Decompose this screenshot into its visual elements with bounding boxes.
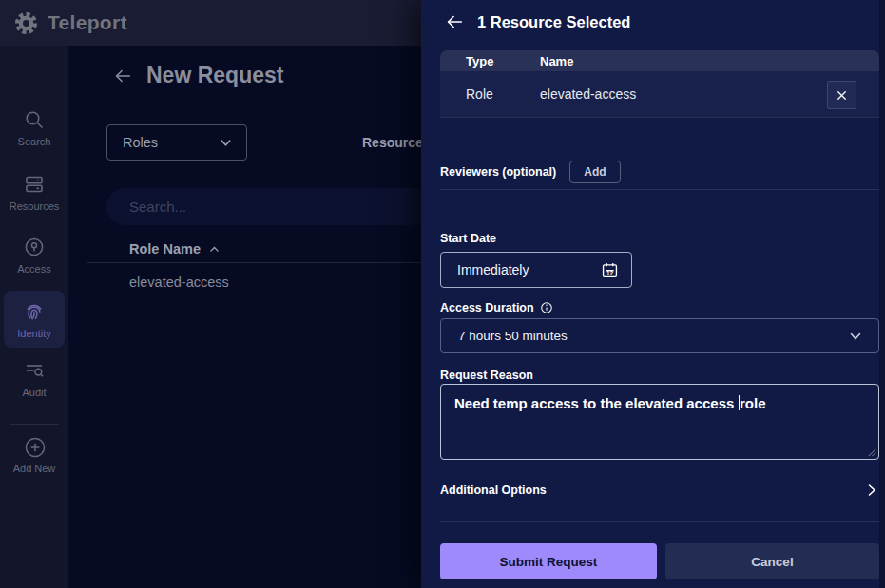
selected-resources-table: Type Name Role elevated-access: [440, 50, 879, 118]
sidebar-item-access[interactable]: Access: [0, 236, 68, 275]
column-header-label: Role Name: [129, 241, 201, 256]
resources-section-label: Resources: [362, 135, 431, 150]
sidebar-item-label: Access: [17, 263, 50, 275]
request-reason-textarea[interactable]: Need temp access to the elevated access …: [440, 384, 879, 460]
search-input[interactable]: [106, 188, 430, 225]
resource-kind-value: Roles: [123, 135, 158, 150]
sidebar-item-label: Add New: [13, 463, 56, 474]
request-checkout-panel: 1 Resource Selected Type Name Role eleva…: [421, 0, 885, 588]
sidebar-item-identity[interactable]: Identity: [4, 291, 65, 348]
column-type: Type: [440, 54, 540, 68]
chevron-down-icon: [848, 329, 863, 344]
sort-ascending-icon: [208, 243, 221, 256]
close-icon: [835, 88, 849, 103]
column-name: Name: [540, 54, 879, 68]
role-name-column-header[interactable]: Role Name: [129, 241, 221, 256]
submit-request-button[interactable]: Submit Request: [440, 543, 657, 579]
teleport-logo[interactable]: Teleport: [13, 10, 127, 36]
reviewers-label: Reviewers (optional): [440, 165, 556, 179]
search-icon: [23, 108, 46, 131]
additional-options-label: Additional Options: [440, 484, 547, 497]
sidebar-item-label: Audit: [22, 387, 46, 398]
resource-type-cell: Role: [440, 86, 540, 102]
panel-scrollbar-track[interactable]: [879, 0, 885, 588]
calendar-day-number: 12: [606, 269, 613, 275]
access-duration-label: Access Duration: [440, 301, 534, 314]
resource-kind-dropdown[interactable]: Roles: [106, 124, 247, 161]
chevron-down-icon: [219, 136, 233, 150]
sidebar-item-search[interactable]: Search: [0, 108, 68, 147]
sidebar: Search Resources Access: [0, 46, 68, 588]
resize-handle-icon[interactable]: [866, 446, 876, 457]
back-arrow-icon[interactable]: [112, 66, 133, 86]
page-title: New Request: [146, 63, 283, 88]
audit-list-icon: [23, 359, 46, 382]
fingerprint-icon: [23, 300, 46, 323]
role-search-field: [106, 188, 430, 225]
access-lock-icon: [23, 236, 46, 258]
brand-name: Teleport: [48, 11, 127, 34]
table-row: Role elevated-access: [440, 71, 879, 118]
table-row[interactable]: elevated-access: [129, 275, 229, 290]
access-duration-dropdown[interactable]: 7 hours 50 minutes: [440, 318, 879, 353]
add-reviewer-button[interactable]: Add: [569, 161, 620, 183]
reason-text: Need temp access to the elevated access: [454, 395, 739, 411]
panel-title: 1 Resource Selected: [477, 13, 630, 31]
sidebar-item-label: Search: [18, 136, 51, 147]
info-icon[interactable]: [540, 301, 553, 314]
additional-options-toggle[interactable]: Additional Options: [440, 478, 879, 503]
sidebar-item-label: Identity: [17, 328, 50, 339]
sidebar-divider: [10, 424, 59, 425]
start-date-input[interactable]: Immediately 12: [440, 252, 632, 288]
footer-divider: [440, 521, 879, 522]
remove-resource-button[interactable]: [827, 81, 856, 109]
access-duration-value: 7 hours 50 minutes: [458, 329, 568, 343]
start-date-label: Start Date: [440, 232, 496, 245]
section-divider: [440, 189, 879, 190]
request-reason-label: Request Reason: [440, 369, 533, 382]
resources-icon: [23, 173, 46, 196]
plus-circle-icon: [23, 435, 46, 458]
start-date-value: Immediately: [457, 262, 529, 277]
gear-logo-icon: [13, 10, 39, 36]
calendar-icon[interactable]: 12: [601, 261, 619, 279]
sidebar-item-audit[interactable]: Audit: [0, 359, 68, 398]
panel-back-arrow-icon[interactable]: [444, 11, 465, 32]
sidebar-item-label: Resources: [10, 200, 60, 212]
sidebar-item-resources[interactable]: Resources: [0, 173, 68, 212]
reason-text: role: [740, 395, 766, 411]
sidebar-item-add-new[interactable]: Add New: [0, 435, 68, 474]
chevron-right-icon: [864, 483, 879, 498]
table-header-row: Type Name: [440, 50, 879, 71]
cancel-button[interactable]: Cancel: [665, 543, 879, 579]
